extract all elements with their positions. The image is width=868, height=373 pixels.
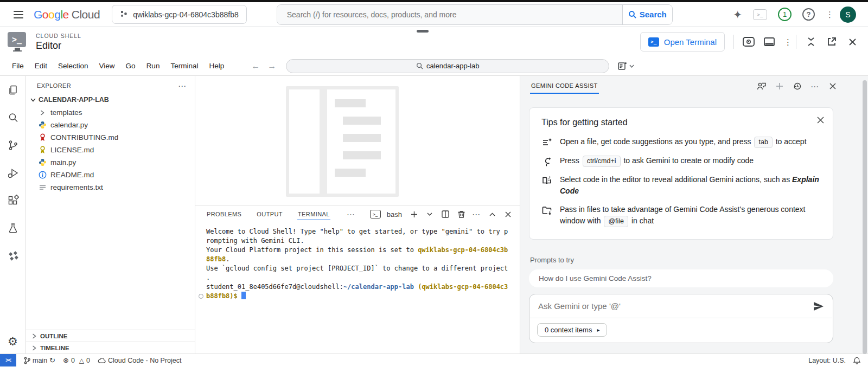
menu-terminal[interactable]: Terminal (165, 59, 203, 73)
menu-run[interactable]: Run (141, 59, 165, 73)
gemini-close-icon[interactable] (828, 81, 838, 91)
shell-more-icon[interactable]: ⋮ (784, 41, 787, 43)
nav-forward-icon[interactable]: → (267, 61, 276, 71)
terminal-text: b88fb8)$ (206, 292, 241, 300)
terminal-icon: >_ (648, 37, 659, 47)
activity-extensions-icon[interactable] (7, 194, 20, 207)
tab-output[interactable]: OUTPUT (256, 209, 283, 220)
logo-cloud-word: Cloud (72, 8, 100, 21)
panel-more-icon[interactable]: ⋯ (472, 213, 481, 216)
git-branch-item[interactable]: main ↻ (24, 356, 55, 364)
gemini-agent-icon[interactable] (757, 81, 767, 91)
web-preview-icon[interactable] (743, 36, 755, 48)
terminal-line: student_01_8e405d66fe7d@cloudshell:~/cal… (206, 282, 520, 292)
menu-edit[interactable]: Edit (29, 59, 53, 73)
gemini-more-icon[interactable]: ⋯ (810, 85, 820, 88)
section-timeline[interactable]: TIMELINE (26, 342, 195, 353)
workspace-search[interactable]: calendar-app-lab (286, 59, 609, 73)
code-suggest-icon (541, 136, 552, 148)
tip-item: Select code in the editor to reveal addi… (541, 174, 821, 197)
close-panel-icon[interactable] (503, 209, 513, 219)
gemini-input[interactable] (538, 301, 813, 311)
help-icon[interactable]: ? (802, 8, 815, 21)
activity-test-flask-icon[interactable] (7, 222, 20, 235)
project-selector[interactable]: qwiklabs-gcp-04-6804c3b88fb8 (112, 5, 247, 24)
menu-selection[interactable]: Selection (53, 59, 94, 73)
global-search-input[interactable] (277, 5, 622, 24)
shell-label[interactable]: bash (387, 210, 402, 218)
file-templates[interactable]: templates (26, 106, 195, 119)
prompt-suggestion[interactable]: How do I use Gemini Code Assist? (529, 269, 833, 287)
editor-area[interactable] (195, 76, 520, 205)
file-requirements-txt[interactable]: requirements.txt (26, 181, 195, 194)
section-outline[interactable]: OUTLINE (26, 330, 195, 342)
file-license-md[interactable]: LICENSE.md (26, 144, 195, 156)
bottom-panel: PROBLEMSOUTPUTTERMINAL ⋯ >_ bash ⋯ Welco… (195, 205, 520, 353)
close-icon[interactable] (846, 36, 858, 48)
notifications-bell-icon[interactable] (853, 357, 860, 364)
new-terminal-icon[interactable] (409, 209, 419, 219)
kill-terminal-icon[interactable] (456, 209, 466, 219)
notifications-badge[interactable]: 1 (778, 8, 792, 21)
file-contributing-md[interactable]: CONTRIBUTING.md (26, 131, 195, 144)
tab-terminal[interactable]: TERMINAL (297, 209, 330, 220)
file-label: requirements.txt (50, 183, 103, 191)
menu-bar: FileEditSelectionViewGoRunTerminalHelp ←… (0, 56, 868, 76)
cloud-shell-icon[interactable]: >_ (753, 9, 767, 20)
workspace-search-value: calendar-app-lab (426, 62, 480, 70)
menu-view[interactable]: View (94, 59, 120, 73)
history-icon[interactable] (793, 81, 802, 91)
tips-close-icon[interactable] (817, 117, 824, 124)
python-icon (38, 121, 47, 130)
toggle-panel-icon[interactable] (763, 36, 775, 48)
terminal-dropdown-icon[interactable] (425, 209, 435, 219)
file-readme-md[interactable]: README.md (26, 169, 195, 181)
nav-back-icon[interactable]: ← (251, 61, 260, 71)
open-terminal-button[interactable]: >_ Open Terminal (640, 32, 725, 52)
new-chat-icon[interactable] (775, 81, 784, 91)
split-terminal-icon[interactable] (441, 209, 450, 219)
tip-text-segment: Press (560, 156, 582, 165)
tip-text-segment: to accept (774, 137, 807, 146)
hamburger-menu-icon[interactable] (8, 4, 29, 25)
activity-run-debug-icon[interactable] (7, 166, 20, 179)
gemini-sparkle-icon[interactable]: ✦ (733, 8, 742, 21)
tab-problems[interactable]: PROBLEMS (206, 209, 242, 220)
terminal-text: (qwiklabs-gcp-04-6804c3 (418, 283, 508, 291)
search-button[interactable]: Search (622, 5, 672, 24)
menu-help[interactable]: Help (203, 59, 229, 73)
context-items-button[interactable]: 0 context items ▸ (537, 323, 607, 337)
menu-file[interactable]: File (7, 59, 29, 73)
window-scrollbar-thumb[interactable] (863, 80, 867, 354)
cloud-code-item[interactable]: Cloud Code - No Project (98, 357, 181, 364)
explorer-more-icon[interactable]: ⋯ (178, 85, 187, 87)
maximize-panel-icon[interactable] (487, 209, 497, 219)
gemini-panel-title[interactable]: GEMINI CODE ASSIST (530, 79, 599, 94)
explorer-root-folder[interactable]: CALENDAR-APP-LAB (26, 93, 195, 106)
file-calendar-py[interactable]: calendar.py (26, 119, 195, 131)
problems-item[interactable]: ⊗ 0 △ 0 (63, 356, 90, 364)
remote-indicator[interactable]: >< (0, 354, 16, 366)
terminal-output[interactable]: Welcome to Cloud Shell! Type "help" to g… (195, 223, 520, 353)
file-label: README.md (50, 171, 94, 179)
keyboard-layout[interactable]: Layout: U.S. (808, 357, 846, 364)
layout-toggle[interactable] (618, 62, 634, 70)
more-options-icon[interactable]: ⋮ (826, 13, 829, 16)
avatar[interactable]: S (840, 7, 856, 23)
activity-source-control-icon[interactable] (7, 139, 20, 152)
activity-search-icon[interactable] (7, 111, 20, 124)
activity-files-icon[interactable] (7, 83, 20, 97)
tip-text-segment: Open a file, get code suggestions as you… (560, 137, 753, 146)
section-label: TIMELINE (40, 345, 69, 351)
drag-handle[interactable] (417, 30, 429, 33)
collapse-icon[interactable] (805, 36, 817, 48)
panel-tabs-more-icon[interactable]: ⋯ (347, 213, 356, 216)
settings-gear-icon[interactable]: ⚙ (7, 335, 20, 348)
menu-go[interactable]: Go (120, 59, 141, 73)
send-icon[interactable] (813, 301, 824, 311)
tip-item: Pass in files to take advantage of Gemin… (541, 204, 821, 227)
open-in-new-icon[interactable] (826, 36, 838, 48)
activity-cloud-code-icon[interactable] (7, 249, 20, 262)
tip-item: Press ctrl/cmd+i to ask Gemini to create… (541, 155, 821, 167)
file-main-py[interactable]: main.py (26, 156, 195, 169)
